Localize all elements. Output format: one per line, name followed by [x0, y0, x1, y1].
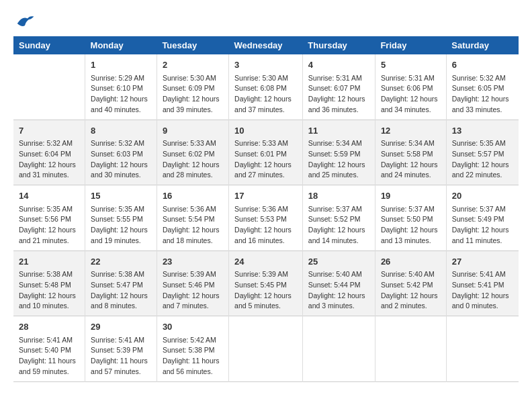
day-info: Sunrise: 5:33 AM Sunset: 6:02 PM Dayligh… — [163, 138, 223, 181]
day-number: 5 — [381, 58, 441, 72]
day-number: 30 — [163, 320, 223, 334]
day-info: Sunrise: 5:31 AM Sunset: 6:07 PM Dayligh… — [308, 73, 369, 116]
day-info: Sunrise: 5:36 AM Sunset: 5:54 PM Dayligh… — [163, 204, 223, 246]
logo — [13, 13, 35, 30]
day-info: Sunrise: 5:31 AM Sunset: 6:06 PM Dayligh… — [381, 73, 441, 116]
calendar-cell — [229, 316, 303, 382]
column-header-wednesday: Wednesday — [229, 36, 303, 54]
calendar-cell: 30Sunrise: 5:42 AM Sunset: 5:38 PM Dayli… — [157, 316, 228, 382]
calendar-table: SundayMondayTuesdayWednesdayThursdayFrid… — [13, 36, 519, 382]
day-info: Sunrise: 5:39 AM Sunset: 5:45 PM Dayligh… — [234, 269, 297, 312]
day-number: 28 — [19, 320, 79, 334]
day-number: 27 — [452, 255, 513, 269]
day-number: 19 — [381, 189, 441, 203]
day-number: 20 — [452, 189, 513, 203]
calendar-cell: 16Sunrise: 5:36 AM Sunset: 5:54 PM Dayli… — [157, 185, 228, 251]
day-number: 15 — [91, 189, 151, 203]
day-number: 4 — [308, 58, 369, 72]
day-number: 12 — [381, 124, 441, 138]
calendar-cell — [302, 316, 375, 382]
day-number: 29 — [91, 320, 151, 334]
calendar-cell: 26Sunrise: 5:40 AM Sunset: 5:42 PM Dayli… — [375, 250, 446, 316]
calendar-cell: 27Sunrise: 5:41 AM Sunset: 5:41 PM Dayli… — [446, 250, 519, 316]
column-header-saturday: Saturday — [446, 36, 519, 54]
calendar-week-row: 28Sunrise: 5:41 AM Sunset: 5:40 PM Dayli… — [13, 316, 519, 382]
day-info: Sunrise: 5:40 AM Sunset: 5:44 PM Dayligh… — [308, 269, 369, 312]
calendar-cell: 7Sunrise: 5:32 AM Sunset: 6:04 PM Daylig… — [13, 120, 85, 185]
day-info: Sunrise: 5:35 AM Sunset: 5:56 PM Dayligh… — [19, 204, 79, 246]
calendar-cell: 5Sunrise: 5:31 AM Sunset: 6:06 PM Daylig… — [375, 54, 446, 120]
day-info: Sunrise: 5:40 AM Sunset: 5:42 PM Dayligh… — [381, 269, 441, 312]
calendar-week-row: 21Sunrise: 5:38 AM Sunset: 5:48 PM Dayli… — [13, 250, 519, 316]
day-number: 10 — [234, 124, 297, 138]
day-info: Sunrise: 5:36 AM Sunset: 5:53 PM Dayligh… — [234, 204, 297, 246]
day-number: 24 — [234, 255, 297, 269]
day-number: 11 — [308, 124, 369, 138]
calendar-cell: 12Sunrise: 5:34 AM Sunset: 5:58 PM Dayli… — [375, 120, 446, 185]
day-number: 7 — [19, 124, 79, 138]
day-number: 17 — [234, 189, 297, 203]
calendar-cell: 18Sunrise: 5:37 AM Sunset: 5:52 PM Dayli… — [302, 185, 375, 251]
column-header-thursday: Thursday — [302, 36, 375, 54]
day-number: 3 — [234, 58, 297, 72]
calendar-cell: 6Sunrise: 5:32 AM Sunset: 6:05 PM Daylig… — [446, 54, 519, 120]
calendar-cell: 28Sunrise: 5:41 AM Sunset: 5:40 PM Dayli… — [13, 316, 85, 382]
column-header-tuesday: Tuesday — [157, 36, 228, 54]
day-number: 26 — [381, 255, 441, 269]
day-info: Sunrise: 5:32 AM Sunset: 6:04 PM Dayligh… — [19, 138, 79, 181]
day-info: Sunrise: 5:41 AM Sunset: 5:40 PM Dayligh… — [19, 335, 79, 377]
day-info: Sunrise: 5:39 AM Sunset: 5:46 PM Dayligh… — [163, 269, 223, 312]
page-header — [13, 13, 519, 30]
day-number: 18 — [308, 189, 369, 203]
calendar-cell: 25Sunrise: 5:40 AM Sunset: 5:44 PM Dayli… — [302, 250, 375, 316]
column-header-sunday: Sunday — [13, 36, 85, 54]
calendar-cell: 2Sunrise: 5:30 AM Sunset: 6:09 PM Daylig… — [157, 54, 228, 120]
calendar-cell: 29Sunrise: 5:41 AM Sunset: 5:39 PM Dayli… — [85, 316, 157, 382]
logo-bird-icon — [15, 13, 35, 30]
calendar-header-row: SundayMondayTuesdayWednesdayThursdayFrid… — [13, 36, 519, 54]
calendar-cell: 10Sunrise: 5:33 AM Sunset: 6:01 PM Dayli… — [229, 120, 303, 185]
day-number: 25 — [308, 255, 369, 269]
calendar-cell: 3Sunrise: 5:30 AM Sunset: 6:08 PM Daylig… — [229, 54, 303, 120]
day-info: Sunrise: 5:34 AM Sunset: 5:59 PM Dayligh… — [308, 138, 369, 181]
day-info: Sunrise: 5:34 AM Sunset: 5:58 PM Dayligh… — [381, 138, 441, 181]
calendar-cell: 24Sunrise: 5:39 AM Sunset: 5:45 PM Dayli… — [229, 250, 303, 316]
day-info: Sunrise: 5:37 AM Sunset: 5:49 PM Dayligh… — [452, 204, 513, 246]
calendar-cell: 20Sunrise: 5:37 AM Sunset: 5:49 PM Dayli… — [446, 185, 519, 251]
day-info: Sunrise: 5:29 AM Sunset: 6:10 PM Dayligh… — [91, 73, 151, 116]
calendar-cell: 17Sunrise: 5:36 AM Sunset: 5:53 PM Dayli… — [229, 185, 303, 251]
calendar-cell: 13Sunrise: 5:35 AM Sunset: 5:57 PM Dayli… — [446, 120, 519, 185]
day-info: Sunrise: 5:37 AM Sunset: 5:50 PM Dayligh… — [381, 204, 441, 246]
calendar-cell: 11Sunrise: 5:34 AM Sunset: 5:59 PM Dayli… — [302, 120, 375, 185]
day-info: Sunrise: 5:30 AM Sunset: 6:09 PM Dayligh… — [163, 73, 223, 116]
day-info: Sunrise: 5:41 AM Sunset: 5:39 PM Dayligh… — [91, 335, 151, 377]
day-info: Sunrise: 5:35 AM Sunset: 5:57 PM Dayligh… — [452, 138, 513, 181]
day-info: Sunrise: 5:38 AM Sunset: 5:47 PM Dayligh… — [91, 269, 151, 312]
calendar-cell: 23Sunrise: 5:39 AM Sunset: 5:46 PM Dayli… — [157, 250, 228, 316]
day-number: 21 — [19, 255, 79, 269]
calendar-cell: 1Sunrise: 5:29 AM Sunset: 6:10 PM Daylig… — [85, 54, 157, 120]
calendar-cell: 19Sunrise: 5:37 AM Sunset: 5:50 PM Dayli… — [375, 185, 446, 251]
day-number: 6 — [452, 58, 513, 72]
day-number: 2 — [163, 58, 223, 72]
day-number: 22 — [91, 255, 151, 269]
day-number: 9 — [163, 124, 223, 138]
day-info: Sunrise: 5:32 AM Sunset: 6:05 PM Dayligh… — [452, 73, 513, 116]
calendar-week-row: 1Sunrise: 5:29 AM Sunset: 6:10 PM Daylig… — [13, 54, 519, 120]
day-info: Sunrise: 5:30 AM Sunset: 6:08 PM Dayligh… — [234, 73, 297, 116]
day-number: 13 — [452, 124, 513, 138]
calendar-cell: 9Sunrise: 5:33 AM Sunset: 6:02 PM Daylig… — [157, 120, 228, 185]
day-info: Sunrise: 5:38 AM Sunset: 5:48 PM Dayligh… — [19, 269, 79, 312]
calendar-cell — [446, 316, 519, 382]
day-info: Sunrise: 5:37 AM Sunset: 5:52 PM Dayligh… — [308, 204, 369, 246]
calendar-cell: 14Sunrise: 5:35 AM Sunset: 5:56 PM Dayli… — [13, 185, 85, 251]
day-info: Sunrise: 5:41 AM Sunset: 5:41 PM Dayligh… — [452, 269, 513, 312]
calendar-week-row: 7Sunrise: 5:32 AM Sunset: 6:04 PM Daylig… — [13, 120, 519, 185]
calendar-cell: 4Sunrise: 5:31 AM Sunset: 6:07 PM Daylig… — [302, 54, 375, 120]
column-header-friday: Friday — [375, 36, 446, 54]
day-number: 8 — [91, 124, 151, 138]
calendar-cell — [375, 316, 446, 382]
day-number: 23 — [163, 255, 223, 269]
column-header-monday: Monday — [85, 36, 157, 54]
calendar-week-row: 14Sunrise: 5:35 AM Sunset: 5:56 PM Dayli… — [13, 185, 519, 251]
